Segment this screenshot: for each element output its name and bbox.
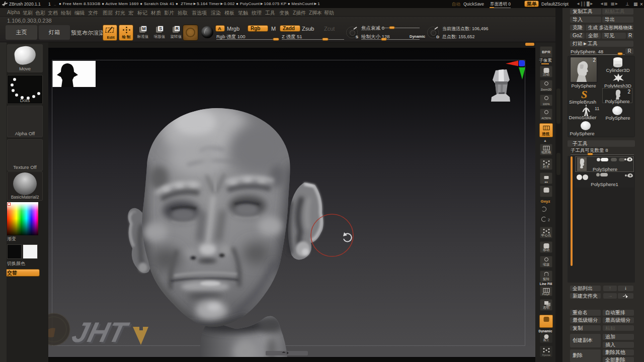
svg-text:JHT: JHT xyxy=(69,317,132,348)
